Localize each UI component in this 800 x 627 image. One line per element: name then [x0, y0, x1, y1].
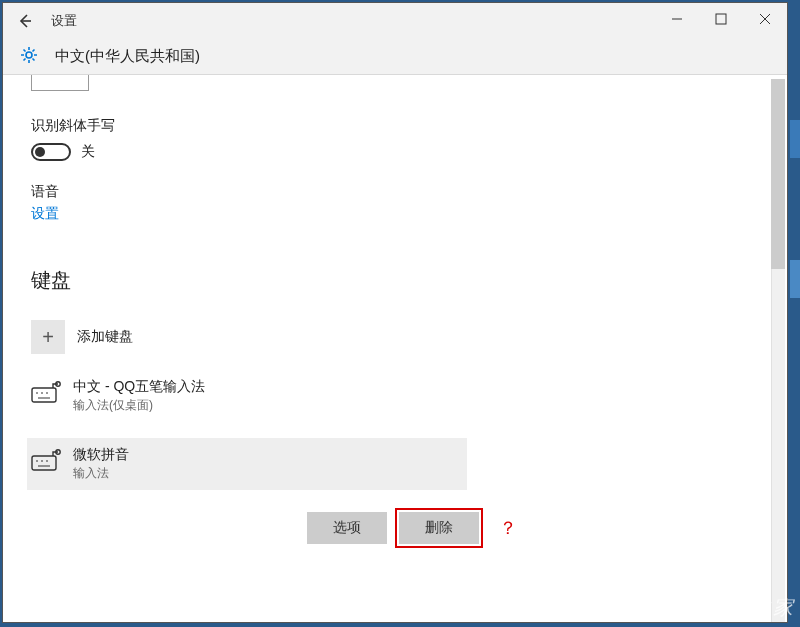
toggle-state-text: 关 — [81, 143, 95, 161]
back-button[interactable] — [3, 3, 47, 39]
options-button[interactable]: 选项 — [307, 512, 387, 544]
page-subtitle: 中文(中华人民共和国) — [55, 47, 200, 66]
keyboard-heading: 键盘 — [31, 267, 759, 294]
annotation-question: ？ — [499, 516, 517, 540]
remove-button[interactable]: 删除 — [399, 512, 479, 544]
add-keyboard-label: 添加键盘 — [77, 328, 133, 346]
plus-icon: + — [31, 320, 65, 354]
svg-point-4 — [26, 52, 32, 58]
window-controls — [655, 3, 787, 35]
minimize-button[interactable] — [655, 3, 699, 35]
settings-window: 设置 中文(中华人民共和国) 识别斜体手写 — [2, 2, 788, 623]
svg-point-17 — [693, 606, 699, 612]
svg-rect-11 — [32, 456, 56, 470]
keyboard-icon — [31, 380, 61, 404]
content-area: 识别斜体手写 关 语音 设置 键盘 + 添加键盘 中文 - QQ五笔输入法 输入… — [3, 75, 787, 622]
keyboard-item-qq[interactable]: 中文 - QQ五笔输入法 输入法(仅桌面) — [31, 372, 759, 420]
maximize-button[interactable] — [699, 3, 743, 35]
annotation-highlight: 删除 — [395, 508, 483, 548]
scrollbar-thumb[interactable] — [771, 79, 785, 269]
cutoff-element — [31, 75, 89, 91]
speech-settings-link[interactable]: 设置 — [31, 205, 759, 223]
keyboard-icon — [31, 448, 61, 472]
keyboard-item-mspinyin[interactable]: 微软拼音 输入法 — [27, 438, 467, 490]
watermark: 系统之家 — [678, 594, 794, 621]
keyboard-actions: 选项 删除 ？ — [307, 508, 759, 548]
keyboard-item-sub: 输入法(仅桌面) — [73, 397, 205, 414]
add-keyboard-button[interactable]: + 添加键盘 — [31, 320, 759, 354]
close-button[interactable] — [743, 3, 787, 35]
keyboard-item-name: 中文 - QQ五笔输入法 — [73, 378, 205, 396]
titlebar: 设置 中文(中华人民共和国) — [3, 3, 787, 75]
handwriting-toggle[interactable] — [31, 143, 71, 161]
speech-label: 语音 — [31, 183, 759, 201]
keyboard-item-sub: 输入法 — [73, 465, 129, 482]
handwriting-label: 识别斜体手写 — [31, 117, 759, 135]
svg-rect-5 — [32, 388, 56, 402]
keyboard-item-name: 微软拼音 — [73, 446, 129, 464]
gear-icon — [19, 45, 39, 69]
window-title: 设置 — [51, 12, 77, 30]
scrollbar[interactable] — [771, 79, 785, 622]
svg-rect-1 — [716, 14, 726, 24]
